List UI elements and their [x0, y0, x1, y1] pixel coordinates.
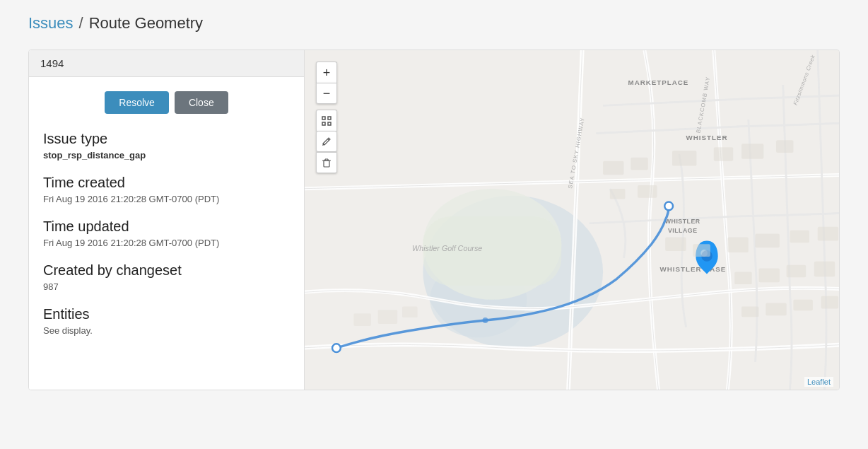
panel-id: 1494 [40, 57, 64, 69]
svg-rect-44 [793, 300, 812, 311]
svg-rect-35 [756, 234, 780, 248]
svg-rect-39 [758, 269, 779, 283]
svg-rect-29 [776, 140, 793, 153]
fullscreen-icon [322, 116, 332, 126]
created-by-section: Created by changeset 987 [43, 262, 290, 292]
edit-button[interactable] [316, 131, 337, 152]
leaflet-credit: Leaflet [804, 377, 833, 387]
issue-type-section: Issue type stop_rsp_distance_gap [43, 131, 290, 161]
svg-rect-31 [638, 185, 657, 198]
zoom-out-button[interactable]: − [316, 83, 337, 104]
svg-text:VILLAGE: VILLAGE [668, 227, 698, 234]
breadcrumb-current: Route Geometry [89, 14, 203, 33]
svg-rect-27 [714, 147, 733, 161]
svg-rect-33 [693, 244, 710, 257]
svg-rect-48 [402, 306, 418, 317]
issue-type-value: stop_rsp_distance_gap [43, 150, 290, 161]
time-created-label: Time created [43, 175, 290, 191]
svg-text:Whistler Golf Course: Whistler Golf Course [412, 244, 482, 252]
svg-line-53 [328, 139, 329, 141]
breadcrumb: Issues / Route Geometry [28, 14, 840, 33]
svg-rect-42 [741, 306, 758, 317]
time-created-value: Fri Aug 19 2016 21:20:28 GMT-0700 (PDT) [43, 194, 290, 204]
page-wrapper: Issues / Route Geometry 1494 Resolve Clo… [0, 0, 868, 449]
map-svg: SEA TO SKY HIGHWAY BLACKCOMB WAY Fitzsim… [305, 50, 839, 390]
svg-point-19 [664, 202, 673, 211]
svg-rect-37 [818, 227, 838, 241]
svg-text:WHISTLER BASE: WHISTLER BASE [660, 265, 727, 273]
entities-value: See display. [43, 325, 290, 336]
svg-rect-28 [741, 144, 763, 159]
entities-section: Entities See display. [43, 306, 290, 336]
entities-label: Entities [43, 306, 290, 322]
button-row: Resolve Close [43, 91, 290, 114]
map-container[interactable]: SEA TO SKY HIGHWAY BLACKCOMB WAY Fitzsim… [305, 50, 839, 390]
svg-rect-30 [610, 189, 626, 199]
svg-rect-47 [378, 310, 397, 324]
created-by-label: Created by changeset [43, 262, 290, 279]
zoom-controls: + − [316, 62, 337, 104]
svg-rect-24 [603, 161, 623, 175]
resolve-button[interactable]: Resolve [105, 91, 169, 114]
zoom-in-button[interactable]: + [316, 62, 337, 83]
svg-rect-49 [322, 117, 325, 119]
svg-rect-25 [631, 158, 647, 170]
panel-body: Resolve Close Issue type stop_rsp_distan… [29, 77, 304, 364]
svg-rect-43 [766, 303, 786, 316]
time-created-section: Time created Fri Aug 19 2016 21:20:28 GM… [43, 175, 290, 204]
map-panel: SEA TO SKY HIGHWAY BLACKCOMB WAY Fitzsim… [305, 50, 839, 390]
map-controls: + − [316, 62, 337, 173]
time-updated-label: Time updated [43, 218, 290, 235]
svg-rect-40 [787, 265, 806, 278]
issue-type-label: Issue type [43, 131, 290, 147]
main-content: 1494 Resolve Close Issue type stop_rsp_d… [28, 49, 840, 390]
panel-header: 1494 [29, 50, 304, 77]
svg-rect-52 [328, 122, 331, 125]
delete-button[interactable] [316, 152, 337, 173]
svg-rect-38 [734, 272, 751, 284]
breadcrumb-separator: / [79, 14, 83, 33]
svg-rect-36 [790, 231, 809, 243]
svg-point-18 [332, 344, 341, 352]
svg-rect-26 [672, 151, 696, 166]
left-panel: 1494 Resolve Close Issue type stop_rsp_d… [29, 50, 305, 390]
fullscreen-button[interactable] [316, 110, 337, 131]
delete-icon [322, 158, 332, 168]
svg-rect-41 [814, 262, 835, 277]
breadcrumb-issues-link[interactable]: Issues [28, 14, 74, 33]
svg-rect-46 [353, 313, 370, 326]
time-updated-section: Time updated Fri Aug 19 2016 21:20:28 GM… [43, 218, 290, 248]
extra-controls [316, 110, 337, 173]
svg-text:WHISTLER: WHISTLER [686, 134, 728, 141]
created-by-value: 987 [43, 281, 290, 292]
svg-rect-32 [665, 237, 686, 251]
time-updated-value: Fri Aug 19 2016 21:20:28 GMT-0700 (PDT) [43, 238, 290, 248]
close-button[interactable]: Close [175, 91, 228, 114]
leaflet-link[interactable]: Leaflet [807, 378, 831, 386]
svg-rect-45 [821, 296, 838, 309]
svg-rect-51 [322, 122, 325, 125]
edit-icon [322, 136, 332, 146]
svg-text:MARKETPLACE: MARKETPLACE [628, 78, 689, 86]
svg-rect-54 [324, 161, 329, 167]
svg-text:WHISTLER: WHISTLER [665, 218, 700, 225]
svg-point-20 [483, 317, 488, 323]
svg-rect-50 [328, 117, 331, 119]
svg-rect-34 [727, 237, 748, 252]
